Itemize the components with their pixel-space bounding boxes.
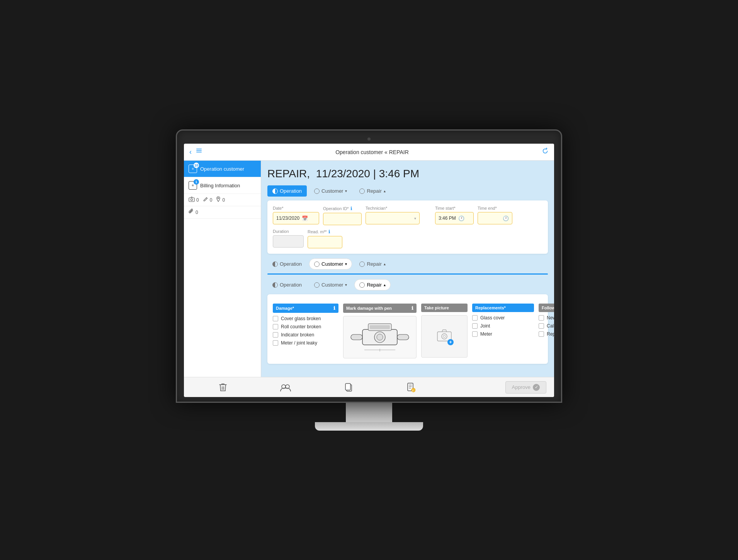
damage-label-1: Roll counter broken bbox=[281, 324, 321, 329]
operation-id-group: Operation ID* ℹ bbox=[323, 206, 362, 225]
tab-operation-1[interactable]: Operation bbox=[267, 185, 307, 197]
approve-button[interactable]: Approve ✓ bbox=[505, 381, 546, 394]
tab-operation-label-1: Operation bbox=[280, 188, 302, 194]
technician-input[interactable]: ▾ bbox=[366, 212, 420, 224]
damage-column: Damage* ℹ Cover glass broken Roll counte bbox=[273, 304, 338, 358]
followup-checkbox-2[interactable] bbox=[539, 331, 544, 337]
camera-area[interactable]: + bbox=[421, 315, 468, 358]
followup-checkbox-1[interactable] bbox=[539, 323, 544, 329]
copy-button[interactable] bbox=[317, 383, 380, 392]
tab-customer-label-3: Customer bbox=[321, 282, 343, 288]
camera-dot bbox=[367, 137, 371, 141]
group-button[interactable] bbox=[254, 383, 317, 392]
technician-label: Technician* bbox=[366, 206, 420, 210]
svg-rect-0 bbox=[196, 149, 202, 149]
damage-item-0[interactable]: Cover glass broken bbox=[273, 316, 338, 321]
time-start-group: Time start* 3:46 PM 🕐 bbox=[435, 206, 474, 225]
sidebar-attachment: 0 bbox=[184, 206, 261, 219]
replacement-checkbox-0[interactable] bbox=[472, 315, 478, 321]
replacement-item-0[interactable]: Glass cover bbox=[472, 315, 534, 321]
replacement-checkbox-1[interactable] bbox=[472, 323, 478, 329]
time-end-input[interactable]: 🕐 bbox=[478, 212, 512, 224]
form-row: Date* 11/23/2020 📅 Operation ID* bbox=[273, 206, 542, 248]
list-icon[interactable] bbox=[196, 148, 202, 156]
app-body: ≡ 10 Operation customer ≡ 1 Billing Info… bbox=[184, 161, 554, 377]
svg-rect-9 bbox=[351, 334, 362, 340]
technician-dropdown-icon: ▾ bbox=[414, 216, 416, 221]
replacement-checkbox-2[interactable] bbox=[472, 331, 478, 337]
camera-plus-icon: + bbox=[447, 339, 454, 345]
camera-count: 0 bbox=[196, 197, 199, 203]
damage-header: Damage* ℹ bbox=[273, 304, 338, 313]
attachment-tool[interactable]: 0 bbox=[189, 209, 198, 216]
tab-repair-label-3: Repair bbox=[367, 282, 381, 288]
duration-input[interactable] bbox=[273, 235, 304, 248]
customer-chevron-2: ▾ bbox=[345, 262, 347, 266]
replacements-column: Replacements* Glass cover Joint bbox=[472, 304, 534, 358]
operation-id-input[interactable] bbox=[323, 213, 362, 225]
sidebar-badge-operation: 10 bbox=[194, 163, 199, 168]
tab-customer-1[interactable]: Customer ▾ bbox=[309, 185, 352, 197]
damage-checkbox-0[interactable] bbox=[273, 316, 278, 321]
mark-damage-info-icon[interactable]: ℹ bbox=[412, 305, 413, 311]
edit-count: 0 bbox=[210, 197, 213, 203]
damage-checkbox-3[interactable] bbox=[273, 340, 278, 346]
followup-checkbox-0[interactable] bbox=[539, 315, 544, 321]
operation-id-info-icon[interactable]: ℹ bbox=[350, 206, 352, 211]
followup-item-1[interactable]: Call customer bbox=[539, 323, 554, 329]
damage-item-1[interactable]: Roll counter broken bbox=[273, 324, 338, 329]
tab-operation-2[interactable]: Operation bbox=[267, 258, 307, 270]
meter-drawing[interactable] bbox=[343, 316, 417, 358]
damage-info-icon[interactable]: ℹ bbox=[333, 305, 335, 311]
damage-label-2: Indicator broken bbox=[281, 332, 314, 338]
follow-up-header: Follow up bbox=[539, 304, 554, 312]
damage-item-3[interactable]: Meter / joint leaky bbox=[273, 340, 338, 346]
app-header: ‹ Operation customer « REPAIR bbox=[184, 144, 554, 161]
tab-repair-1[interactable]: Repair ▴ bbox=[354, 185, 390, 197]
damage-item-2[interactable]: Indicator broken bbox=[273, 332, 338, 338]
replacement-item-2[interactable]: Meter bbox=[472, 331, 534, 337]
read-m3-group: Read. m³* ℹ bbox=[308, 229, 342, 248]
duration-group: Duration bbox=[273, 229, 304, 248]
date-input[interactable]: 11/23/2020 📅 bbox=[273, 212, 319, 224]
damage-label-0: Cover glass broken bbox=[281, 316, 321, 321]
blue-divider bbox=[267, 273, 548, 275]
back-button[interactable]: ‹ bbox=[189, 148, 192, 156]
page-title: REPAIR, 11/23/2020 | 3:46 PM bbox=[267, 168, 548, 180]
tab-repair-3[interactable]: Repair ▴ bbox=[354, 279, 390, 290]
delete-button[interactable] bbox=[192, 383, 254, 392]
svg-rect-21 bbox=[345, 384, 350, 390]
replacement-label-2: Meter bbox=[480, 331, 492, 337]
read-m3-info-icon[interactable]: ℹ bbox=[328, 229, 330, 234]
document-icon: ≡ 10 bbox=[189, 165, 197, 173]
svg-rect-3 bbox=[189, 198, 194, 202]
sidebar-item-billing[interactable]: ≡ 1 Billing Information bbox=[184, 177, 261, 194]
damage-label-3: Meter / joint leaky bbox=[281, 340, 317, 346]
edit-tool[interactable]: 0 bbox=[203, 197, 213, 203]
tab-operation-3[interactable]: Operation bbox=[267, 279, 307, 290]
replacement-item-1[interactable]: Joint bbox=[472, 323, 534, 329]
tab-customer-3[interactable]: Customer ▾ bbox=[309, 279, 352, 290]
mark-damage-header: Mark damage with pen ℹ bbox=[343, 304, 417, 313]
followup-item-2[interactable]: Replacement! bbox=[539, 331, 554, 337]
pencil-icon bbox=[203, 197, 208, 203]
followup-item-0[interactable]: New date bbox=[539, 315, 554, 321]
monitor-screen: ‹ Operation customer « REPAIR bbox=[176, 129, 562, 403]
tab-repair-2[interactable]: Repair ▴ bbox=[354, 258, 390, 270]
tab-customer-2[interactable]: Customer ▾ bbox=[309, 258, 352, 270]
repair-chevron-3: ▴ bbox=[384, 283, 386, 287]
attach-document-button[interactable]: ! bbox=[380, 382, 442, 392]
svg-point-4 bbox=[191, 199, 193, 201]
location-tool[interactable]: 0 bbox=[216, 196, 225, 204]
sidebar-item-operation-customer[interactable]: ≡ 10 Operation customer bbox=[184, 161, 261, 177]
repair-grid: Damage* ℹ Cover glass broken Roll counte bbox=[273, 304, 542, 358]
time-start-input[interactable]: 3:46 PM 🕐 bbox=[435, 212, 474, 224]
camera-tool[interactable]: 0 bbox=[189, 197, 199, 203]
damage-checkbox-1[interactable] bbox=[273, 324, 278, 329]
refresh-icon[interactable] bbox=[542, 148, 549, 156]
damage-checkbox-2[interactable] bbox=[273, 332, 278, 338]
camera-with-plus: + bbox=[437, 329, 452, 344]
read-m3-input[interactable] bbox=[308, 236, 342, 248]
header-title: Operation customer « REPAIR bbox=[202, 149, 542, 155]
operation-icon-2 bbox=[272, 261, 278, 267]
